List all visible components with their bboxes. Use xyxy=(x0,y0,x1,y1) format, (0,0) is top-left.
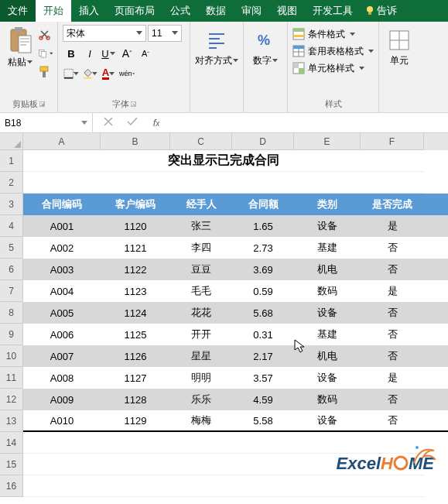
col-header-A[interactable]: A xyxy=(23,133,101,150)
row-header-12[interactable]: 12 xyxy=(0,389,23,410)
cell[interactable]: 1120 xyxy=(101,215,170,237)
cell[interactable]: 5.58 xyxy=(232,410,294,430)
decrease-font-button[interactable]: Aˇ xyxy=(137,45,154,62)
formula-input[interactable] xyxy=(173,118,448,129)
cell[interactable]: 1122 xyxy=(101,259,170,280)
cell[interactable]: 花花 xyxy=(170,302,232,324)
menu-developer[interactable]: 开发工具 xyxy=(305,0,361,22)
table-header-row[interactable]: 合同编码 客户编码 经手人 合同额 类别 是否完成 xyxy=(23,194,448,215)
table-row[interactable]: A0031122豆豆3.69机电否 xyxy=(23,259,448,280)
cell[interactable]: 4.59 xyxy=(232,389,294,410)
cell[interactable]: A001 xyxy=(23,215,101,237)
row-header-15[interactable]: 15 xyxy=(0,454,23,475)
tell-me[interactable]: 告诉 xyxy=(361,4,402,18)
cell[interactable]: 设备 xyxy=(294,410,361,430)
cell[interactable]: 是 xyxy=(361,280,424,302)
cell[interactable]: A004 xyxy=(23,280,101,302)
font-size-combo[interactable]: 11 xyxy=(148,25,182,42)
row-header-8[interactable]: 8 xyxy=(0,302,23,324)
table-format-button[interactable]: 套用表格格式 xyxy=(292,43,374,59)
cell[interactable]: 否 xyxy=(361,345,424,367)
row-header-11[interactable]: 11 xyxy=(0,367,23,389)
cell[interactable]: 2.17 xyxy=(232,345,294,367)
cell[interactable]: 开开 xyxy=(170,324,232,345)
menu-insert[interactable]: 插入 xyxy=(71,0,107,22)
title-cell[interactable]: 突出显示已完成合同 xyxy=(23,150,424,172)
row-16[interactable] xyxy=(23,475,424,497)
select-all-corner[interactable] xyxy=(0,133,23,150)
font-name-combo[interactable]: 宋体 xyxy=(63,25,146,42)
cell[interactable]: 梅梅 xyxy=(170,410,232,430)
cell[interactable]: 数码 xyxy=(294,280,361,302)
row-header-9[interactable]: 9 xyxy=(0,324,23,345)
increase-font-button[interactable]: Aˆ xyxy=(118,45,135,62)
row-header-2[interactable]: 2 xyxy=(0,172,23,194)
row-header-4[interactable]: 4 xyxy=(0,215,23,237)
bold-button[interactable]: B xyxy=(63,45,80,62)
cell[interactable]: 星星 xyxy=(170,345,232,367)
table-row[interactable]: A0051124花花5.68设备否 xyxy=(23,302,448,324)
col-header-D[interactable]: D xyxy=(232,133,294,150)
cell[interactable]: 否 xyxy=(361,302,424,324)
cell[interactable]: 是 xyxy=(361,367,424,389)
paste-button[interactable]: 粘贴 xyxy=(5,25,36,79)
cell[interactable]: 是 xyxy=(361,215,424,237)
cell[interactable]: 毛毛 xyxy=(170,280,232,302)
cell[interactable]: 张三 xyxy=(170,215,232,237)
cell[interactable]: 设备 xyxy=(294,367,361,389)
table-row[interactable]: A0041123毛毛0.59数码是 xyxy=(23,280,448,302)
row-header-13[interactable]: 13 xyxy=(0,410,23,432)
cell[interactable]: 5.68 xyxy=(232,302,294,324)
cell[interactable]: 乐乐 xyxy=(170,389,232,410)
cell[interactable]: 机电 xyxy=(294,259,361,280)
cell[interactable]: A005 xyxy=(23,302,101,324)
col-header-B[interactable]: B xyxy=(101,133,170,150)
cell[interactable]: 1124 xyxy=(101,302,170,324)
row-header-7[interactable]: 7 xyxy=(0,280,23,302)
row-2-spacer[interactable] xyxy=(23,172,424,194)
cell[interactable]: 1129 xyxy=(101,410,170,430)
cell[interactable]: 2.73 xyxy=(232,237,294,259)
menu-page-layout[interactable]: 页面布局 xyxy=(107,0,162,22)
cell[interactable]: 豆豆 xyxy=(170,259,232,280)
table-row[interactable]: A0011120张三1.65设备是 xyxy=(23,215,448,237)
cell[interactable]: 1127 xyxy=(101,367,170,389)
menu-home[interactable]: 开始 xyxy=(36,0,71,22)
row-header-1[interactable]: 1 xyxy=(0,150,23,172)
menu-formulas[interactable]: 公式 xyxy=(162,0,198,22)
dialog-launcher-icon[interactable] xyxy=(39,101,45,107)
row-header-3[interactable]: 3 xyxy=(0,194,23,215)
cell[interactable]: A009 xyxy=(23,389,101,410)
cell[interactable]: 0.31 xyxy=(232,324,294,345)
table-row[interactable]: A0081127明明3.57设备是 xyxy=(23,367,448,389)
enter-button[interactable] xyxy=(127,117,139,129)
border-button[interactable] xyxy=(63,65,80,82)
cell[interactable]: 数码 xyxy=(294,389,361,410)
cell[interactable]: 基建 xyxy=(294,237,361,259)
cell[interactable]: 明明 xyxy=(170,367,232,389)
cell[interactable]: 设备 xyxy=(294,302,361,324)
cell[interactable]: 1126 xyxy=(101,345,170,367)
underline-button[interactable]: U xyxy=(100,45,117,62)
cell[interactable]: A008 xyxy=(23,367,101,389)
dialog-launcher-icon[interactable] xyxy=(131,101,136,107)
cell[interactable]: 0.59 xyxy=(232,280,294,302)
copy-button[interactable] xyxy=(39,46,53,60)
cell[interactable]: A006 xyxy=(23,324,101,345)
cell[interactable]: 否 xyxy=(361,410,424,430)
cells-button[interactable]: 单元 xyxy=(384,25,415,67)
cells-area[interactable]: 突出显示已完成合同 合同编码 客户编码 经手人 合同额 类别 是否完成 A001… xyxy=(23,150,448,497)
menu-data[interactable]: 数据 xyxy=(198,0,234,22)
cell[interactable]: 1128 xyxy=(101,389,170,410)
menu-review[interactable]: 审阅 xyxy=(234,0,269,22)
cell[interactable]: 否 xyxy=(361,237,424,259)
cell[interactable]: 设备 xyxy=(294,215,361,237)
cell[interactable]: 否 xyxy=(361,389,424,410)
phonetic-button[interactable]: wén xyxy=(118,65,135,82)
row-header-16[interactable]: 16 xyxy=(0,475,23,497)
alignment-button[interactable]: 对齐方式 xyxy=(195,25,238,67)
table-row[interactable]: A0021121李四2.73基建否 xyxy=(23,237,448,259)
table-row[interactable]: A0061125开开0.31基建否 xyxy=(23,324,448,345)
format-painter-button[interactable] xyxy=(39,65,53,79)
cell[interactable]: A003 xyxy=(23,259,101,280)
